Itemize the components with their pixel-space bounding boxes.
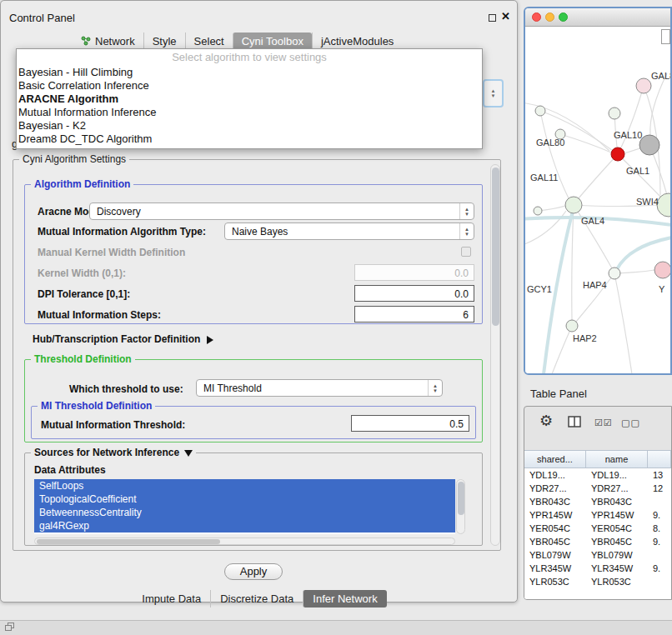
settings-scrollbar[interactable]	[490, 164, 500, 546]
tab-cyni-toolbox[interactable]: Cyni Toolbox	[233, 32, 312, 50]
apply-button[interactable]: Apply	[224, 563, 283, 580]
attributes-hscrollbar[interactable]	[34, 538, 455, 545]
tab-style[interactable]: Style	[143, 32, 185, 50]
algorithm-option[interactable]: Basic Correlation Inference	[17, 79, 482, 92]
table-cell: YLR053C	[524, 575, 586, 588]
mi-algorithm-type-label: Mutual Information Algorithm Type:	[38, 226, 206, 238]
algorithm-definition-title: Algorithm Definition	[31, 178, 133, 190]
dpi-tolerance-label: DPI Tolerance [0,1]:	[38, 288, 130, 300]
manual-kernel-checkbox[interactable]	[461, 247, 471, 257]
manual-kernel-label: Manual Kernel Width Definition	[38, 247, 185, 258]
mi-steps-label: Mutual Information Steps:	[38, 309, 161, 321]
algorithm-option[interactable]: Bayesian - K2	[17, 119, 482, 132]
kernel-width-field[interactable]: 0.0	[354, 264, 474, 281]
node-label: GAL10	[614, 130, 642, 140]
mi-steps-field[interactable]: 6	[354, 306, 474, 322]
mi-algorithm-type-select[interactable]: Naive Bayes ▲▼	[224, 222, 474, 240]
table-row[interactable]: YBR045CYBR045C9.	[524, 535, 671, 548]
table-row[interactable]: YER054CYER054C8.	[524, 522, 671, 535]
tab-label: jActiveModules	[321, 35, 394, 48]
table-row[interactable]: YBL079WYBL079W	[524, 548, 671, 562]
node-label: HAP4	[583, 280, 607, 290]
tab-select[interactable]: Select	[185, 32, 233, 50]
node-label: GAL11	[530, 172, 558, 182]
attribute-list-item[interactable]: BetweennessCentrality	[34, 506, 455, 519]
network-node[interactable]	[609, 268, 620, 279]
algorithm-option[interactable]: ARACNE Algorithm	[17, 92, 482, 106]
minimize-traffic-light[interactable]	[545, 12, 554, 22]
table-row[interactable]: YDR27...YDR27...12	[524, 482, 671, 495]
attributes-scrollbar-thumb[interactable]	[458, 482, 464, 515]
algorithm-option[interactable]: Mutual Information Inference	[17, 106, 482, 119]
network-node[interactable]	[534, 207, 542, 215]
table-cell: YBR043C	[586, 495, 648, 508]
algorithm-option[interactable]: Dream8 DC_TDC Algorithm	[17, 132, 482, 146]
tab-label: Cyni Toolbox	[242, 35, 303, 48]
aracne-mode-select[interactable]: Discovery ▲▼	[89, 202, 474, 220]
hub-section-toggle[interactable]: Hub/Transcription Factor Definition	[33, 333, 213, 345]
tab-label: Network	[95, 35, 135, 48]
network-node[interactable]	[566, 320, 578, 332]
tab-network[interactable]: Network	[73, 32, 143, 50]
dpi-tolerance-field[interactable]: 0.0	[354, 285, 474, 302]
network-canvas[interactable]: GAL8GAL80GAL10GAL11GAL1SWI4GAL4GCY1HAP4Y…	[525, 28, 670, 373]
collapsed-arrow-icon	[207, 336, 213, 344]
zoom-traffic-light[interactable]	[559, 12, 568, 22]
column-header-shared-name[interactable]: shared...	[524, 451, 586, 468]
node-label: GAL8	[651, 71, 670, 81]
which-threshold-select[interactable]: MI Threshold ▲▼	[196, 379, 443, 397]
tab-discretize-data[interactable]: Discretize Data	[210, 590, 303, 608]
status-strip	[0, 620, 672, 635]
select-all-checkboxes-icon[interactable]: ☑☑	[594, 418, 613, 428]
attributes-scrollbar[interactable]	[456, 479, 465, 534]
table-cell: YBL079W	[586, 548, 648, 562]
network-node[interactable]	[657, 193, 670, 217]
table-row[interactable]: YLR345WYLR345W9.	[524, 562, 671, 575]
close-icon[interactable]: ✕	[501, 10, 510, 22]
network-window-titlebar[interactable]	[525, 8, 670, 27]
network-node[interactable]	[611, 148, 624, 161]
column-header-name[interactable]: name	[586, 451, 648, 468]
control-panel-title: Control Panel	[9, 12, 75, 24]
deselect-all-checkboxes-icon[interactable]: ▢▢	[621, 418, 640, 428]
sources-toggle[interactable]: Sources for Network Inference	[31, 447, 196, 458]
tab-infer-network[interactable]: Infer Network	[303, 590, 386, 608]
node-label: Y	[659, 284, 665, 294]
table-cell: 9.	[648, 562, 671, 575]
table-row[interactable]: YLR053CYLR053C	[524, 575, 671, 588]
table-cell: YLR053C	[586, 575, 648, 588]
network-scrollbar-fragment[interactable]	[661, 29, 670, 44]
table-row[interactable]: YPR145WYPR145W9.	[524, 508, 671, 522]
algorithm-combo-fragment[interactable]: ▲ ▼	[483, 79, 504, 108]
columns-icon[interactable]	[568, 416, 581, 428]
tab-jactivemodules[interactable]: jActiveModules	[312, 32, 402, 50]
table-cell: YBL079W	[524, 548, 586, 562]
column-header-extra[interactable]	[648, 451, 671, 468]
attribute-list-item[interactable]: SelfLoops	[34, 479, 455, 492]
table-row[interactable]: YBR043CYBR043C	[524, 495, 671, 508]
attributes-hscrollbar-thumb[interactable]	[37, 539, 220, 544]
close-traffic-light[interactable]	[532, 12, 541, 22]
network-node[interactable]	[654, 262, 670, 278]
network-node[interactable]	[565, 197, 582, 213]
float-window-icon[interactable]	[489, 14, 496, 22]
table-row[interactable]: YDL19...YDL19...13	[524, 468, 671, 482]
expanded-arrow-icon	[184, 450, 193, 457]
table-cell: YLR345W	[586, 562, 648, 575]
tab-label: Select	[194, 35, 224, 48]
network-node[interactable]	[609, 108, 620, 119]
algorithm-option[interactable]: Bayesian - Hill Climbing	[17, 66, 482, 79]
attribute-list-item[interactable]: TopologicalCoefficient	[34, 492, 455, 506]
attribute-list-item[interactable]: gal4RGexp	[34, 519, 455, 532]
tab-impute-data[interactable]: Impute Data	[133, 590, 210, 608]
restore-windows-icon[interactable]	[5, 622, 15, 631]
mi-threshold-field[interactable]: 0.5	[351, 415, 469, 432]
network-node[interactable]	[535, 106, 545, 116]
table-panel-title: Table Panel	[530, 388, 587, 400]
network-node[interactable]	[639, 135, 659, 155]
settings-scrollbar-thumb[interactable]	[492, 168, 499, 326]
network-node[interactable]	[636, 78, 651, 93]
gear-icon[interactable]: ⚙	[539, 412, 553, 430]
table-cell: YER054C	[586, 522, 648, 535]
table-cell: YBR045C	[586, 535, 648, 548]
